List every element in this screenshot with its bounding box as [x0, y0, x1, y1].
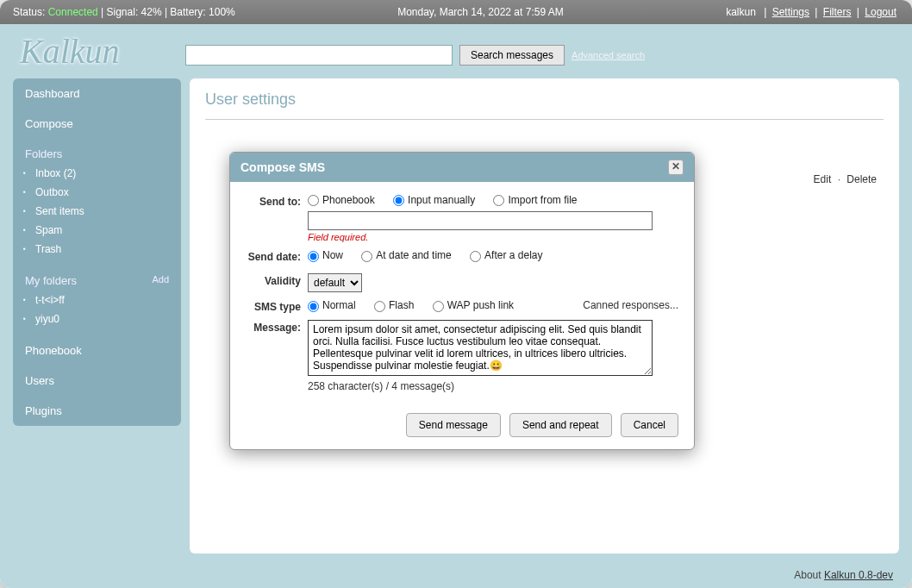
topbar: Status: Connected | Signal: 42% | Batter…: [0, 0, 912, 24]
status-text: Status: Connected | Signal: 42% | Batter…: [13, 6, 235, 18]
sendto-manual-radio[interactable]: Input manually: [393, 194, 475, 206]
recipient-input[interactable]: [308, 211, 653, 230]
smstype-label: SMS type: [246, 299, 308, 313]
message-label: Message:: [246, 320, 308, 392]
send-button[interactable]: Send message: [406, 413, 501, 437]
send-repeat-button[interactable]: Send and repeat: [509, 413, 612, 437]
sidebar-item-plugins[interactable]: Plugins: [13, 396, 181, 426]
app-name-label: kalkun: [726, 6, 756, 18]
senddate-at-radio[interactable]: At date and time: [361, 249, 451, 261]
search-button[interactable]: Search messages: [459, 45, 565, 66]
canned-responses-link[interactable]: Canned responses...: [583, 299, 678, 311]
senddate-delay-radio[interactable]: After a delay: [470, 249, 542, 261]
sendto-import-radio[interactable]: Import from file: [493, 194, 577, 206]
filters-link[interactable]: Filters: [823, 6, 852, 18]
cancel-button[interactable]: Cancel: [621, 413, 678, 437]
sidebar-item-myfolder[interactable]: t-t<i>ff: [35, 291, 172, 310]
dialog-title: Compose SMS: [240, 160, 325, 174]
sidebar-item-dashboard[interactable]: Dashboard: [13, 78, 181, 109]
settings-link[interactable]: Settings: [772, 6, 809, 18]
sidebar-item-inbox[interactable]: Inbox (2): [35, 164, 172, 183]
close-icon[interactable]: ✕: [668, 160, 684, 175]
sidebar-item-trash[interactable]: Trash: [35, 240, 172, 259]
senddate-label: Send date:: [246, 249, 308, 263]
sendto-label: Send to:: [246, 194, 308, 242]
compose-sms-dialog: Compose SMS ✕ Send to: Phonebook Input m…: [229, 152, 695, 450]
sidebar-item-compose[interactable]: Compose: [13, 109, 181, 139]
sidebar-item-users[interactable]: Users: [13, 366, 181, 396]
sidebar-item-outbox[interactable]: Outbox: [35, 183, 172, 202]
message-textarea[interactable]: [308, 320, 653, 376]
recipient-error: Field required.: [308, 232, 678, 242]
validity-label: Validity: [246, 273, 308, 292]
logout-link[interactable]: Logout: [865, 6, 896, 18]
page-title: User settings: [205, 91, 884, 120]
delete-link[interactable]: Delete: [846, 173, 877, 185]
app-logo: Kalkun: [13, 31, 185, 78]
smstype-normal-radio[interactable]: Normal: [308, 299, 356, 311]
senddate-now-radio[interactable]: Now: [308, 249, 343, 261]
validity-select[interactable]: default: [308, 273, 362, 292]
datetime-text: Monday, March 14, 2022 at 7:59 AM: [397, 6, 564, 18]
sendto-phonebook-radio[interactable]: Phonebook: [308, 194, 375, 206]
search-input[interactable]: [185, 45, 453, 66]
sidebar-item-myfolder[interactable]: yiyu0: [35, 310, 172, 328]
about-link[interactable]: Kalkun 0.8-dev: [824, 569, 893, 581]
sidebar: Dashboard Compose Folders Inbox (2) Outb…: [13, 78, 181, 426]
add-folder-button[interactable]: Add: [152, 274, 169, 287]
edit-link[interactable]: Edit: [814, 173, 832, 185]
char-count: 258 character(s) / 4 message(s): [308, 380, 678, 392]
sidebar-item-sent[interactable]: Sent items: [35, 202, 172, 221]
sidebar-section-folders: Folders: [13, 139, 181, 164]
smstype-wap-radio[interactable]: WAP push link: [433, 299, 514, 311]
footer: About Kalkun 0.8-dev: [0, 562, 912, 588]
sidebar-section-myfolders: My folders Add: [13, 266, 181, 291]
advanced-search-link[interactable]: Advanced search: [572, 50, 645, 60]
sidebar-item-spam[interactable]: Spam: [35, 221, 172, 240]
sidebar-item-phonebook[interactable]: Phonebook: [13, 335, 181, 366]
smstype-flash-radio[interactable]: Flash: [374, 299, 414, 311]
